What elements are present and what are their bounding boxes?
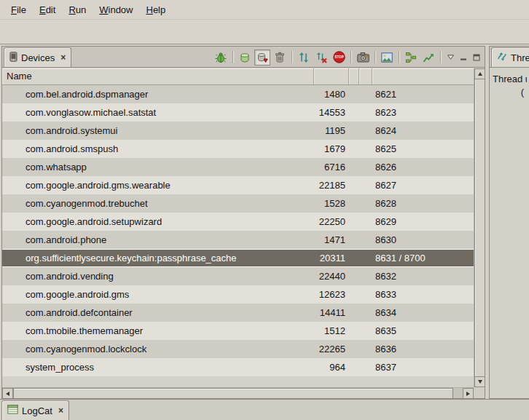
device-table-body: com.bel.android.dspmanager 1480 8621 com… [2,85,474,387]
menu-file[interactable]: File [4,2,33,17]
threads-message-line2: ( [493,86,527,99]
view-hierarchy-icon[interactable] [403,49,419,66]
table-row[interactable]: com.google.android.gms 12623 8633 [2,285,474,304]
process-pid-cell: 1480 [314,89,349,100]
process-port-cell: 8628 [372,198,474,209]
toolbar-separator [440,51,441,63]
process-port-cell: 8630 [372,234,474,245]
stop-method-profiling-icon[interactable] [313,49,329,66]
close-icon[interactable]: × [60,52,66,63]
logcat-icon [7,405,18,416]
device-table: Name com.bel.android.dspmanager 1480 862… [2,68,485,398]
process-name-cell: system_process [2,362,314,373]
tab-threads[interactable]: Threads [491,47,529,67]
horizontal-scrollbar-thumb[interactable] [13,388,453,399]
process-name-cell: com.android.defcontainer [2,307,314,318]
column-header-c4[interactable] [359,68,372,84]
horizontal-scrollbar[interactable] [2,387,474,398]
process-name-cell: com.vonglasow.michael.satstat [2,107,314,118]
debug-process-icon[interactable] [213,49,229,66]
table-row[interactable]: com.cyanogenmod.trebuchet 1528 8628 [2,194,474,213]
process-pid-cell: 1528 [314,198,349,209]
update-threads-icon[interactable] [296,49,312,66]
process-name-cell: com.android.phone [2,234,314,245]
vertical-scrollbar-thumb[interactable] [474,79,485,376]
main-toolbar [0,20,529,44]
process-name-cell: com.whatsapp [2,162,314,173]
vertical-scrollbar[interactable] [474,68,485,387]
table-row[interactable]: com.tmobile.thememanager 1512 8635 [2,322,474,340]
scrollbar-corner [474,387,485,398]
device-icon [9,52,17,64]
scroll-right-button[interactable] [463,388,474,399]
column-header-c3[interactable] [349,68,359,84]
process-name-cell: com.google.android.gms [2,289,314,300]
tab-devices[interactable]: Devices × [4,47,71,67]
process-name-cell: org.sufficientlysecure.keychain:passphra… [2,253,314,264]
process-pid-cell: 12623 [314,289,349,300]
process-port-cell: 8631 / 8700 [372,253,474,264]
tab-logcat[interactable]: LogCat × [1,400,69,420]
process-pid-cell: 20311 [314,253,349,264]
cause-gc-icon[interactable] [272,49,288,66]
process-name-cell: com.google.android.setupwizard [2,216,314,227]
scroll-up-button[interactable] [474,68,485,79]
update-heap-icon[interactable] [237,49,253,66]
minimize-icon[interactable] [458,52,469,63]
table-row[interactable]: com.google.android.setupwizard 22250 862… [2,213,474,231]
toolbar-separator [350,51,351,63]
table-row[interactable]: com.android.systemui 1195 8624 [2,122,474,140]
table-row[interactable]: com.android.phone 1471 8630 [2,231,474,249]
table-row[interactable]: com.cyanogenmod.lockclock 22265 8636 [2,340,474,358]
process-pid-cell: 22250 [314,216,349,227]
process-port-cell: 8632 [372,271,474,282]
process-pid-cell: 1471 [314,234,349,245]
menu-run[interactable]: Run [62,2,93,17]
process-port-cell: 8624 [372,125,474,136]
column-header-pid[interactable] [314,68,349,84]
process-port-cell: 8626 [372,162,474,173]
table-row[interactable]: com.vonglasow.michael.satstat 14553 8623 [2,103,474,122]
table-row[interactable]: com.android.smspush 1679 8625 [2,140,474,158]
process-pid-cell: 6716 [314,162,349,173]
menu-window[interactable]: Window [93,2,139,17]
devices-toolbar: STOP [213,48,482,66]
table-row[interactable]: com.android.defcontainer 14411 8634 [2,304,474,322]
maximize-icon[interactable] [471,52,482,63]
process-name-cell: com.android.systemui [2,125,314,136]
process-pid-cell: 1679 [314,143,349,154]
process-port-cell: 8636 [372,344,474,354]
threads-message-line1: Thread up [493,73,527,86]
toolbar-separator [375,51,375,63]
process-port-cell: 8623 [372,107,474,118]
systrace-icon[interactable] [420,49,436,66]
capture-view-icon[interactable] [379,49,395,66]
tab-logcat-label: LogCat [22,405,52,416]
column-header-port[interactable] [372,68,474,84]
process-name-cell: com.bel.android.dspmanager [2,89,314,100]
table-row[interactable]: com.android.vending 22440 8632 [2,267,474,285]
toolbar-separator [399,51,399,63]
stop-process-icon[interactable]: STOP [331,49,347,66]
process-port-cell: 8635 [372,325,474,336]
dump-hprof-icon[interactable] [254,49,270,66]
view-menu-icon[interactable] [444,52,456,63]
table-row[interactable]: com.google.android.gms.wearable 22185 86… [2,176,474,194]
screen-capture-icon[interactable] [355,49,371,66]
process-name-cell: com.cyanogenmod.trebuchet [2,198,314,209]
column-header-name[interactable]: Name [2,68,314,84]
process-port-cell: 8637 [372,362,474,373]
table-row[interactable]: system_process 964 8637 [2,358,474,376]
menu-help[interactable]: Help [139,2,172,17]
table-row[interactable]: com.whatsapp 6716 8626 [2,158,474,176]
process-name-cell: com.android.smspush [2,143,314,154]
scroll-down-button[interactable] [474,376,485,387]
menu-edit[interactable]: Edit [33,2,62,17]
process-pid-cell: 14553 [314,107,349,118]
table-row[interactable]: org.sufficientlysecure.keychain:passphra… [2,249,474,267]
process-name-cell: com.android.vending [2,271,314,282]
close-icon[interactable]: × [58,405,63,416]
devices-panel: Devices × [1,46,485,399]
table-row[interactable]: com.bel.android.dspmanager 1480 8621 [2,85,474,103]
scroll-left-button[interactable] [2,388,13,399]
